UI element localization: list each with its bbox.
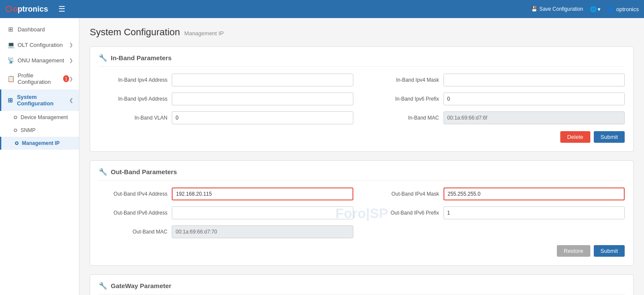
- onu-icon: 📡: [7, 57, 14, 64]
- dashboard-icon: ⊞: [7, 26, 14, 33]
- chevron-right-icon-2: ❯: [69, 58, 73, 63]
- outband-ipv6-address-input[interactable]: [172, 206, 353, 219]
- inband-section-header: 🔧 In-Band Parameters: [99, 54, 625, 67]
- logo: ⬡ optronics: [5, 4, 48, 14]
- inband-mac-input: [444, 111, 625, 124]
- inband-submit-button[interactable]: Submit: [594, 131, 625, 143]
- chevron-left-icon: ❮: [69, 98, 73, 103]
- chevron-right-icon-3: ❯: [69, 76, 73, 82]
- sidebar-sub-menu: Device Management SNMP Management IP: [0, 111, 79, 150]
- inband-ipv6-prefix-label: In-Band Ipv6 Prefix: [371, 96, 439, 102]
- inband-ipv4-mask-input[interactable]: [444, 74, 625, 86]
- system-icon: ⊞: [7, 97, 13, 104]
- inband-button-row: Delete Submit: [99, 131, 625, 143]
- outband-ipv6-prefix-input[interactable]: [444, 206, 625, 219]
- user-icon: 👤: [608, 6, 614, 12]
- outband-ipv4-address-input[interactable]: [172, 187, 353, 200]
- inband-mac-label: In-Band MAC: [371, 115, 439, 121]
- inband-icon: 🔧: [99, 54, 107, 62]
- outband-ipv4-address-label: Out-Band IPv4 Address: [99, 191, 167, 197]
- logo-icon: ⬡: [5, 4, 12, 14]
- outband-form-grid: Out-Band IPv4 Address Out-Band IPv4 Mask…: [99, 187, 625, 238]
- logo-text: optronics: [13, 5, 48, 14]
- outband-ipv4-mask-label: Out-Band IPv4 Mask: [371, 191, 439, 197]
- hamburger-button[interactable]: ☰: [55, 3, 69, 15]
- globe-icon: 🌐: [590, 6, 597, 12]
- inband-ipv4-address-label: In-Band Ipv4 Address: [99, 77, 167, 83]
- profile-badge: 1: [63, 75, 69, 82]
- page-subtitle: Management IP: [184, 30, 224, 37]
- top-navigation: ⬡ optronics ☰ 💾 Save Configuration 🌐 ▾ 👤…: [0, 0, 644, 18]
- sidebar-item-system-config[interactable]: ⊞ System Configuration ❮: [0, 89, 79, 111]
- outband-submit-button[interactable]: Submit: [594, 245, 625, 257]
- inband-ipv6-address-input[interactable]: [172, 92, 353, 105]
- outband-mac-label: Out-Band MAC: [99, 229, 167, 235]
- sidebar-sub-item-snmp[interactable]: SNMP: [0, 124, 79, 137]
- chevron-right-icon: ❯: [69, 42, 73, 48]
- language-button[interactable]: 🌐 ▾: [590, 6, 601, 12]
- outband-ipv6-prefix-label: Out-Band IPv6 Prefix: [371, 210, 439, 216]
- main-layout: ⊞ Dashboard 💻 OLT Configuration ❯ 📡 ONU …: [0, 18, 644, 295]
- dot-icon-2: [14, 129, 17, 132]
- outband-ipv4-mask-row: Out-Band IPv4 Mask: [371, 187, 625, 200]
- gateway-icon: 🔧: [99, 282, 107, 290]
- inband-ipv4-address-input[interactable]: [172, 74, 353, 86]
- inband-form-grid: In-Band Ipv4 Address In-Band Ipv4 Mask I…: [99, 74, 625, 124]
- inband-ipv4-mask-label: In-Band Ipv4 Mask: [371, 77, 439, 83]
- outband-button-row: Restore Submit: [99, 245, 625, 257]
- inband-ipv6-prefix-row: In-Band Ipv6 Prefix: [371, 92, 625, 105]
- outband-ipv6-address-row: Out-Band IPv6 Address: [99, 206, 353, 219]
- outband-mac-input: [172, 225, 353, 238]
- sidebar: ⊞ Dashboard 💻 OLT Configuration ❯ 📡 ONU …: [0, 18, 79, 295]
- topnav-right: 💾 Save Configuration 🌐 ▾ 👤 optronics: [531, 6, 639, 12]
- sidebar-item-olt-config[interactable]: 💻 OLT Configuration ❯: [0, 37, 79, 52]
- page-title: System Configuration: [90, 27, 180, 38]
- inband-vlan-input[interactable]: [172, 111, 353, 124]
- inband-vlan-row: In-Band VLAN: [99, 111, 353, 124]
- sidebar-sub-item-management-ip[interactable]: Management IP: [0, 137, 79, 150]
- sidebar-item-dashboard[interactable]: ⊞ Dashboard: [0, 22, 79, 37]
- inband-mac-row: In-Band MAC: [371, 111, 625, 124]
- outband-icon: 🔧: [99, 168, 107, 176]
- profile-icon: 📋: [7, 75, 14, 82]
- outband-mac-row: Out-Band MAC: [99, 225, 353, 238]
- save-configuration-button[interactable]: 💾 Save Configuration: [531, 6, 583, 12]
- inband-ipv6-address-label: In-Band Ipv6 Address: [99, 96, 167, 102]
- olt-icon: 💻: [7, 41, 14, 48]
- save-icon: 💾: [531, 6, 538, 12]
- main-content: System Configuration Management IP 🔧 In-…: [79, 18, 644, 295]
- inband-ipv4-address-row: In-Band Ipv4 Address: [99, 74, 353, 86]
- inband-ipv4-mask-row: In-Band Ipv4 Mask: [371, 74, 625, 86]
- outband-section: 🔧 Out-Band Parameters Foro|SP Out-Band I…: [90, 160, 634, 266]
- sidebar-sub-item-device-mgmt[interactable]: Device Management: [0, 111, 79, 124]
- outband-ipv6-prefix-row: Out-Band IPv6 Prefix: [371, 206, 625, 219]
- page-header: System Configuration Management IP: [90, 27, 634, 38]
- inband-section: 🔧 In-Band Parameters In-Band Ipv4 Addres…: [90, 46, 634, 152]
- inband-ipv6-address-row: In-Band Ipv6 Address: [99, 92, 353, 105]
- dot-icon: [14, 116, 17, 119]
- outband-section-header: 🔧 Out-Band Parameters: [99, 168, 625, 181]
- outband-ipv6-address-label: Out-Band IPv6 Address: [99, 210, 167, 216]
- inband-ipv6-prefix-input[interactable]: [444, 92, 625, 105]
- inband-vlan-label: In-Band VLAN: [99, 115, 167, 121]
- gateway-section-header: 🔧 GateWay Parameter: [99, 282, 625, 295]
- user-button[interactable]: 👤 optronics: [608, 6, 639, 12]
- inband-delete-button[interactable]: Delete: [560, 131, 590, 143]
- outband-ipv4-mask-input[interactable]: [444, 187, 625, 200]
- dot-icon-3: [15, 141, 18, 145]
- outband-ipv4-address-row: Out-Band IPv4 Address: [99, 187, 353, 200]
- outband-restore-button[interactable]: Restore: [557, 245, 590, 257]
- sidebar-item-profile-config[interactable]: 📋 Profile Configuration 1 ❯: [0, 68, 79, 89]
- gateway-section: 🔧 GateWay Parameter IPv4 GateWay IPv6 Ga…: [90, 274, 634, 295]
- sidebar-item-onu-mgmt[interactable]: 📡 ONU Management ❯: [0, 52, 79, 68]
